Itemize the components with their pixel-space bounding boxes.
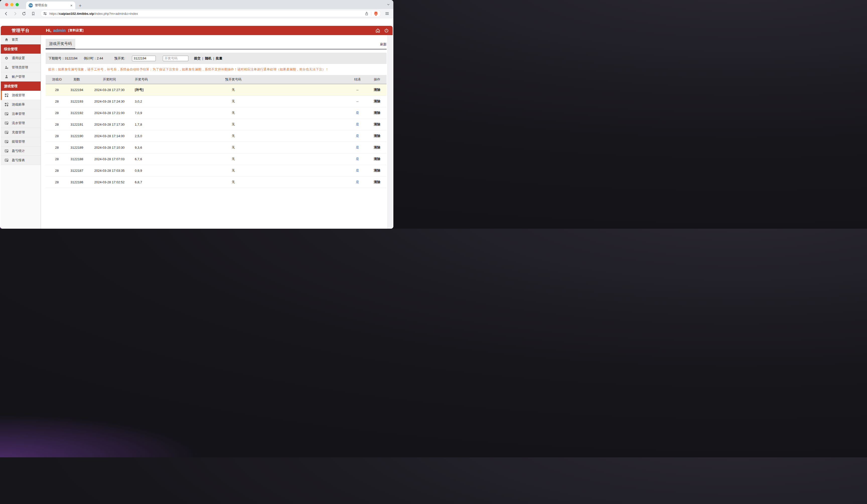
submit-link[interactable]: 提交: [194, 56, 201, 60]
site-settings-icon[interactable]: [43, 12, 47, 16]
close-window-button[interactable]: [5, 3, 8, 6]
col-header-期数: 期数: [68, 75, 86, 84]
clear-link[interactable]: 清除: [374, 180, 380, 184]
cell-issue: 3122186: [68, 176, 86, 188]
settled-yes-link[interactable]: 是: [356, 180, 359, 184]
sidebar-item-盈亏报表[interactable]: 盈亏报表: [1, 156, 41, 165]
menu-icon[interactable]: [384, 11, 390, 17]
cell-issue: 3122193: [68, 96, 86, 107]
clear-link[interactable]: 清除: [374, 145, 380, 149]
logout-power-icon[interactable]: [384, 28, 389, 33]
table-header-row: 游戏ID期数开奖时间开奖号码预开奖号码结清操作: [46, 75, 387, 84]
sidebar: 首页综合管理通用设置管理员管理账户管理游戏管理游戏管理游戏赔率注单管理流水管理充…: [1, 35, 41, 229]
profile-settings-link[interactable]: [资料设置]: [68, 28, 84, 33]
sidebar-item-游戏赔率[interactable]: 游戏赔率: [1, 100, 41, 109]
back-icon[interactable]: [3, 11, 9, 17]
sidebar-item-游戏管理[interactable]: 游戏管理: [1, 91, 41, 100]
cell-pre-draw: 无: [186, 107, 281, 119]
clear-link[interactable]: 清除: [374, 88, 380, 91]
cell-draw-time: 2024-03-28 17:07:03: [86, 153, 133, 165]
cell-game-id: 28: [46, 119, 68, 130]
forward-icon[interactable]: [12, 11, 18, 17]
clear-link[interactable]: 清除: [374, 99, 380, 103]
col-header-操作: 操作: [367, 75, 387, 84]
share-icon[interactable]: [364, 12, 369, 16]
separator: |: [202, 56, 203, 60]
cell-action: 清除: [367, 142, 387, 153]
report-icon: [4, 158, 9, 162]
cell-game-id: 28: [46, 84, 68, 96]
cell-pre-draw: 无: [186, 142, 281, 153]
gear-icon: [4, 56, 9, 60]
main-content: 游戏开奖号码 刷新 下期期号：3122194 倒计时：2:44 预开奖: 提交|…: [41, 35, 393, 229]
sidebar-item-注单管理[interactable]: 注单管理: [1, 109, 41, 119]
cell-action: 清除: [367, 153, 387, 165]
cell-pre-draw: 无: [186, 176, 281, 188]
countdown-text: 倒计时：2:44: [84, 56, 103, 61]
cell-game-id: 28: [46, 107, 68, 119]
sidebar-item-盈亏统计[interactable]: 盈亏统计: [1, 146, 41, 156]
sidebar-item-label: 游戏管理: [12, 93, 25, 98]
settled-yes-link[interactable]: 是: [356, 145, 359, 149]
batch-link[interactable]: 批量: [216, 56, 222, 60]
web-page: 管理平台 Hi, admin [资料设置] 首页综合管理通用设置管理员管理账户管…: [0, 18, 393, 229]
cell-game-id: 28: [46, 176, 68, 188]
sidebar-item-管理员管理[interactable]: 管理员管理: [1, 63, 41, 72]
sidebar-item-账户管理[interactable]: 账户管理: [1, 72, 41, 81]
tab-list-chevron-icon[interactable]: [387, 3, 390, 6]
sidebar-item-label: 账户管理: [12, 75, 25, 79]
settled-yes-link[interactable]: 是: [356, 111, 359, 114]
cell-draw-time: 2024-03-28 17:17:30: [86, 119, 133, 130]
cell-draw-number: 6,7,6: [133, 153, 186, 165]
clear-link[interactable]: 清除: [374, 122, 380, 126]
cell-draw-number: 3,0,2: [133, 96, 186, 107]
maximize-window-button[interactable]: [15, 3, 19, 6]
page-tabs: 游戏开奖号码 刷新: [46, 39, 387, 50]
new-tab-button[interactable]: +: [79, 3, 82, 8]
sidebar-section-综合管理: 综合管理: [1, 44, 41, 54]
home-icon[interactable]: [375, 28, 380, 33]
col-header-预开奖号码: 预开奖号码: [186, 75, 281, 84]
sidebar-item-提现管理[interactable]: 提现管理: [1, 137, 41, 146]
settled-yes-link[interactable]: 是: [356, 168, 359, 172]
sidebar-item-label: 盈亏统计: [12, 149, 25, 153]
settled-yes-link[interactable]: 是: [356, 122, 359, 126]
random-link[interactable]: 随机: [205, 56, 212, 60]
table-row: 2831221862024-03-28 17:02:526,8,7无是清除: [46, 176, 387, 188]
address-bar[interactable]: https://caipiao102.timibbs.vip/index.php…: [40, 10, 381, 17]
cell-settled: 是: [347, 119, 367, 130]
cell-spacer: [281, 176, 347, 188]
app-header: 管理平台 Hi, admin [资料设置]: [1, 26, 393, 35]
cell-game-id: 28: [46, 165, 68, 176]
brave-shield-icon[interactable]: [374, 11, 378, 16]
bookmark-icon[interactable]: [30, 11, 36, 17]
predraw-input[interactable]: [132, 56, 156, 61]
minimize-window-button[interactable]: [10, 3, 13, 6]
refresh-link[interactable]: 刷新: [380, 42, 387, 47]
tab-close-icon[interactable]: ×: [69, 3, 73, 7]
draw-form-bar: 下期期号：3122194 倒计时：2:44 预开奖: 提交|随机|批量: [46, 53, 387, 64]
cell-draw-time: 2024-03-28 17:10:30: [86, 142, 133, 153]
cell-action: 清除: [367, 165, 387, 176]
sidebar-item-流水管理[interactable]: 流水管理: [1, 119, 41, 128]
supplement-number-link[interactable]: [补号]: [135, 88, 143, 91]
reload-icon[interactable]: [21, 11, 27, 17]
page-tab-current[interactable]: 游戏开奖号码: [46, 39, 75, 50]
clear-link[interactable]: 清除: [374, 157, 380, 161]
report-icon: [4, 121, 9, 125]
draw-number-input[interactable]: [163, 56, 189, 61]
cell-issue: 3122187: [68, 165, 86, 176]
clear-link[interactable]: 清除: [374, 168, 380, 172]
cell-draw-time: 2024-03-28 17:24:30: [86, 96, 133, 107]
browser-tab[interactable]: Tm 管理后台 ×: [26, 1, 75, 9]
settled-yes-link[interactable]: 是: [356, 157, 359, 161]
url-text[interactable]: https://caipiao102.timibbs.vip/index.php…: [50, 12, 364, 15]
table-row: 2831221882024-03-28 17:07:036,7,6无是清除: [46, 153, 387, 165]
settled-yes-link[interactable]: 是: [356, 134, 359, 138]
clear-link[interactable]: 清除: [374, 134, 380, 138]
sidebar-item-充值管理[interactable]: 充值管理: [1, 128, 41, 137]
clear-link[interactable]: 清除: [374, 111, 380, 114]
sidebar-item-通用设置[interactable]: 通用设置: [1, 54, 41, 63]
home-icon: [4, 37, 9, 42]
sidebar-item-首页[interactable]: 首页: [1, 35, 41, 44]
